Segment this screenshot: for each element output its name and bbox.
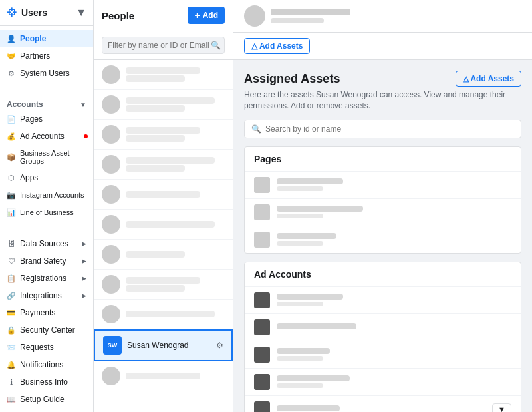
list-item[interactable] [94,120,233,150]
asset-thumb [254,232,270,248]
list-item[interactable] [94,60,233,90]
blurred-sub [126,285,185,292]
search-icon: 🔍 [211,41,221,50]
ad-accounts-badge [84,134,88,138]
sidebar-title: Users [21,7,47,18]
sidebar-item-brand-safety[interactable]: 🛡 Brand Safety ▶ [0,252,93,270]
list-item[interactable] [94,361,233,391]
avatar [102,215,120,234]
asset-name-bar [277,178,343,184]
sidebar-item-business-asset-groups[interactable]: 📦 Business Asset Groups [0,145,93,169]
sidebar-item-registrations[interactable]: 📋 Registrations ▶ [0,270,93,287]
payments-icon: 💳 [7,308,16,317]
blurred-name [126,311,215,317]
assigned-title: Assigned Assets [244,72,340,86]
avatar [102,185,120,204]
asset-sub-bar [277,356,323,361]
sidebar-item-ad-accounts[interactable]: 💰 Ad Accounts [0,128,93,145]
asset-sub-bar [277,241,323,246]
people-info [126,96,225,113]
sidebar-item-business-info[interactable]: ℹ Business Info [0,373,93,391]
sidebar-item-security-center[interactable]: 🔒 Security Center [0,321,93,339]
asset-name-bar [277,294,343,300]
data-sources-icon: 🗄 [7,239,16,248]
asset-info [277,178,511,191]
asset-sub-bar [277,383,323,388]
sidebar-label-system-users: System Users [20,69,70,78]
sidebar-item-pages[interactable]: 📄 Pages [0,110,93,128]
sidebar-item-apps[interactable]: ⬡ Apps [0,169,93,186]
list-item[interactable] [94,270,233,300]
asset-item [245,172,521,199]
sidebar-item-instagram-accounts[interactable]: 📷 Instagram Accounts [0,186,93,204]
partners-icon: 🤝 [7,51,16,61]
blurred-name [126,251,185,258]
registrations-expand-icon: ▶ [82,275,86,282]
accounts-expand-icon[interactable]: ▼ [80,101,86,108]
sidebar-item-system-users[interactable]: ⚙ System Users [0,65,93,82]
sidebar-item-requests[interactable]: 📨 Requests [0,339,93,356]
setup-guide-icon: 📖 [7,395,16,404]
right-top-avatar [244,5,265,27]
people-info [126,156,225,173]
sidebar-item-payments[interactable]: 💳 Payments [0,304,93,321]
integrations-expand-icon: ▶ [82,292,86,299]
blurred-name [126,157,215,164]
people-info [126,276,225,293]
asset-info [277,375,511,388]
sidebar-item-setup-guide[interactable]: 📖 Setup Guide [0,391,93,408]
asset-item [245,287,521,314]
asset-action-button[interactable]: ▼ [492,403,511,412]
sidebar-item-line-of-business[interactable]: 📊 Line of Business [0,204,93,221]
list-item[interactable] [94,180,233,210]
list-item[interactable] [94,150,233,180]
accounts-section: Accounts ▼ 📄 Pages 💰 Ad Accounts 📦 Busin… [0,92,93,225]
asset-search-input[interactable] [265,124,514,134]
asset-thumb [254,204,270,220]
list-item[interactable] [94,240,233,270]
sidebar-item-people[interactable]: 👤 People [0,30,93,47]
asset-name-bar [277,405,340,411]
asset-sub-bar [277,186,323,191]
asset-sub-bar [277,302,323,306]
apps-icon: ⬡ [7,173,16,182]
pages-icon: 📄 [7,114,16,124]
sidebar-item-data-sources[interactable]: 🗄 Data Sources ▶ [0,235,93,252]
add-assets-bar: △ Add Assets [233,33,532,60]
people-info [126,250,225,259]
ad-accounts-section-title: Ad Accounts [245,262,521,287]
notifications-icon: 🔔 [7,360,16,369]
sidebar-item-notifications[interactable]: 🔔 Notifications [0,356,93,373]
sidebar-item-partners[interactable]: 🤝 Partners [0,47,93,65]
ad-accounts-section: Ad Accounts [244,262,521,412]
brand-safety-icon: 🛡 [7,256,16,266]
business-asset-groups-icon: 📦 [7,152,16,162]
asset-item [245,314,521,341]
middle-panel: People + Add 🔍 [94,0,233,412]
asset-item [245,226,521,253]
asset-search-icon: 🔍 [251,124,261,134]
list-item[interactable] [94,300,233,329]
right-top-info [271,9,521,23]
asset-item: ▼ [245,396,521,412]
registrations-icon: 📋 [7,274,16,283]
list-item[interactable] [94,210,233,240]
accounts-section-label: Accounts ▼ [0,96,93,110]
add-assets-button-2[interactable]: △ Add Assets [456,71,521,87]
requests-icon: 📨 [7,343,16,352]
add-button[interactable]: + Add [188,7,225,24]
middle-title: People [102,10,134,21]
gear-icon[interactable]: ⚙ [216,341,223,350]
sidebar-expand-icon[interactable]: ▼ [76,7,86,19]
asset-sub-bar [277,214,323,218]
search-input[interactable] [102,37,225,54]
blurred-sub [126,165,185,172]
list-item-selected[interactable]: SW Susan Wenograd ⚙ [94,329,233,361]
asset-search-bar: 🔍 [244,120,521,138]
asset-info [277,206,511,218]
asset-thumb [254,374,270,390]
blurred-name [126,67,200,74]
list-item[interactable] [94,90,233,120]
sidebar-item-integrations[interactable]: 🔗 Integrations ▶ [0,287,93,304]
add-assets-button[interactable]: △ Add Assets [244,38,310,54]
